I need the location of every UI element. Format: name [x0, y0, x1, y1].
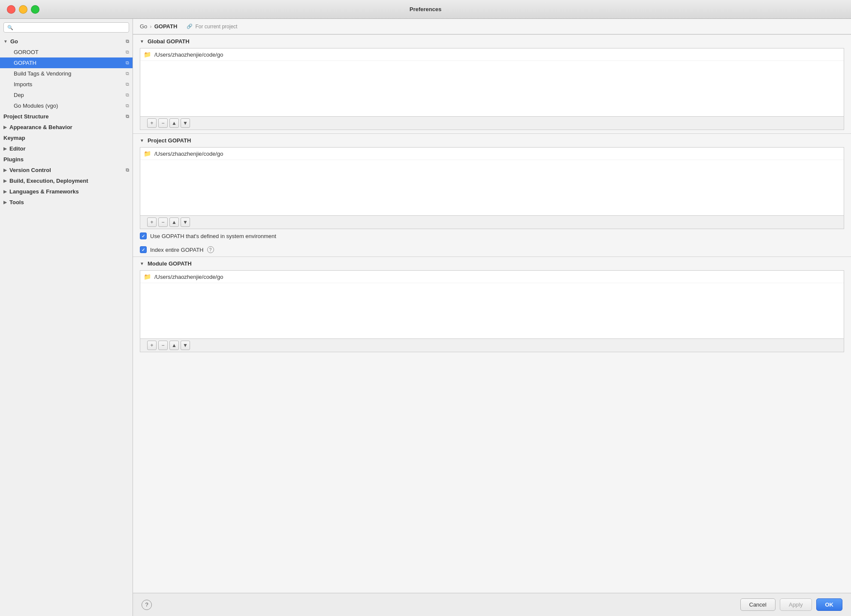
sidebar-item-project-structure-label: Project Structure [3, 113, 48, 120]
main-content: 🔍 ▼ Go ⧉ GOROOT ⧉ GOPATH ⧉ Build Tag [0, 19, 851, 616]
collapse-icon[interactable]: ▼ [140, 261, 144, 266]
copy-icon: ⧉ [126, 49, 129, 55]
apply-button[interactable]: Apply [780, 598, 812, 611]
folder-icon: 📁 [144, 150, 151, 157]
remove-button[interactable]: − [158, 217, 168, 227]
bottom-right: Cancel Apply OK [740, 598, 843, 611]
project-gopath-toolbar: + − ▲ ▼ [140, 216, 844, 229]
sidebar-nav: ▼ Go ⧉ GOROOT ⧉ GOPATH ⧉ Build Tags & Ve… [0, 36, 133, 616]
sidebar-item-editor-label: Editor [9, 145, 26, 152]
sidebar-item-go[interactable]: ▼ Go ⧉ [0, 36, 133, 47]
path-text: /Users/zhaozhenjie/code/go [154, 51, 223, 58]
link-icon: 🔗 [187, 24, 193, 29]
collapse-icon[interactable]: ▼ [140, 138, 144, 143]
sidebar-item-keymap-label: Keymap [3, 135, 25, 141]
sidebar-item-tools-label: Tools [9, 199, 24, 205]
sidebar-item-gopath-label: GOPATH [14, 60, 36, 66]
add-button[interactable]: + [147, 217, 157, 227]
sidebar-item-version-control[interactable]: ▶ Version Control ⧉ [0, 165, 133, 175]
remove-button[interactable]: − [158, 341, 168, 350]
expand-icon: ▶ [3, 178, 7, 183]
module-gopath-section: ▼ Module GOPATH 📁 /Users/zhaozhenjie/cod… [133, 257, 851, 352]
breadcrumb-current: GOPATH [154, 23, 178, 30]
list-item[interactable]: 📁 /Users/zhaozhenjie/code/go [140, 271, 844, 283]
search-input[interactable] [15, 24, 125, 30]
sidebar-item-build-exec-deploy[interactable]: ▶ Build, Execution, Deployment [0, 175, 133, 186]
cancel-button[interactable]: Cancel [740, 598, 776, 611]
sidebar-item-dep[interactable]: Dep ⧉ [0, 90, 133, 100]
sidebar-item-tools[interactable]: ▶ Tools [0, 197, 133, 208]
global-gopath-toolbar: + − ▲ ▼ [140, 117, 844, 130]
index-entire-gopath-checkbox[interactable]: ✓ [140, 246, 147, 253]
module-gopath-toolbar: + − ▲ ▼ [140, 339, 844, 352]
collapse-icon[interactable]: ▼ [140, 39, 144, 44]
maximize-button[interactable] [31, 5, 39, 14]
sidebar-item-project-structure[interactable]: Project Structure ⧉ [0, 111, 133, 122]
sidebar-item-keymap[interactable]: Keymap [0, 133, 133, 143]
move-up-button[interactable]: ▲ [169, 217, 179, 227]
content-area: ▼ Global GOPATH 📁 /Users/zhaozhenjie/cod… [133, 34, 851, 593]
help-icon[interactable]: ? [207, 246, 214, 253]
expand-icon: ▶ [3, 146, 7, 151]
sidebar-item-goroot[interactable]: GOROOT ⧉ [0, 47, 133, 57]
sidebar-item-imports[interactable]: Imports ⧉ [0, 79, 133, 90]
sidebar-item-editor[interactable]: ▶ Editor [0, 143, 133, 154]
project-gopath-header: ▼ Project GOPATH [133, 133, 851, 147]
minimize-button[interactable] [19, 5, 27, 14]
copy-icon: ⧉ [126, 92, 129, 98]
ok-button[interactable]: OK [816, 598, 843, 611]
list-item[interactable]: 📁 /Users/zhaozhenjie/code/go [140, 48, 844, 61]
path-text: /Users/zhaozhenjie/code/go [154, 274, 223, 280]
module-gopath-list: 📁 /Users/zhaozhenjie/code/go [140, 270, 844, 339]
sidebar-item-gopath[interactable]: GOPATH ⧉ [0, 57, 133, 68]
index-entire-gopath-row: ✓ Index entire GOPATH ? [133, 243, 851, 257]
move-down-button[interactable]: ▼ [181, 118, 190, 128]
bottom-bar: ? Cancel Apply OK [133, 593, 851, 616]
list-item[interactable]: 📁 /Users/zhaozhenjie/code/go [140, 148, 844, 160]
add-button[interactable]: + [147, 341, 157, 350]
copy-icon: ⧉ [126, 71, 129, 76]
titlebar: Preferences [0, 0, 851, 19]
move-down-button[interactable]: ▼ [181, 341, 190, 350]
use-gopath-env-checkbox[interactable]: ✓ [140, 233, 147, 239]
search-box[interactable]: 🔍 [3, 22, 129, 33]
sidebar-item-appearance-behavior-label: Appearance & Behavior [9, 124, 72, 130]
path-text: /Users/zhaozhenjie/code/go [154, 151, 223, 157]
global-gopath-list: 📁 /Users/zhaozhenjie/code/go [140, 48, 844, 117]
expand-icon: ▶ [3, 200, 7, 205]
right-panel: Go › GOPATH 🔗 For current project ▼ Glob… [133, 19, 851, 616]
help-button[interactable]: ? [142, 600, 152, 610]
sidebar: 🔍 ▼ Go ⧉ GOROOT ⧉ GOPATH ⧉ Build Tag [0, 19, 133, 616]
module-gopath-header: ▼ Module GOPATH [133, 257, 851, 270]
sidebar-item-plugins[interactable]: Plugins [0, 154, 133, 165]
module-gopath-title: Module GOPATH [148, 260, 192, 267]
copy-icon: ⧉ [126, 167, 129, 173]
global-gopath-section: ▼ Global GOPATH 📁 /Users/zhaozhenjie/cod… [133, 34, 851, 130]
move-up-button[interactable]: ▲ [169, 118, 179, 128]
move-up-button[interactable]: ▲ [169, 341, 179, 350]
sidebar-item-go-label: Go [10, 38, 18, 45]
close-button[interactable] [7, 5, 15, 14]
project-gopath-section: ▼ Project GOPATH 📁 /Users/zhaozhenjie/co… [133, 133, 851, 229]
sidebar-item-go-modules-label: Go Modules (vgo) [14, 103, 58, 109]
breadcrumb: Go › GOPATH 🔗 For current project [133, 19, 851, 34]
breadcrumb-separator: › [150, 23, 151, 30]
remove-button[interactable]: − [158, 118, 168, 128]
move-down-button[interactable]: ▼ [181, 217, 190, 227]
sidebar-item-go-modules[interactable]: Go Modules (vgo) ⧉ [0, 100, 133, 111]
copy-icon: ⧉ [126, 114, 129, 119]
use-gopath-env-row: ✓ Use GOPATH that's defined in system en… [133, 229, 851, 243]
folder-icon: 📁 [144, 51, 151, 58]
sidebar-item-appearance-behavior[interactable]: ▶ Appearance & Behavior [0, 122, 133, 133]
expand-icon: ▶ [3, 189, 7, 194]
use-gopath-env-label: Use GOPATH that's defined in system envi… [150, 233, 276, 239]
sidebar-item-imports-label: Imports [14, 81, 32, 88]
sidebar-item-build-tags[interactable]: Build Tags & Vendoring ⧉ [0, 68, 133, 79]
sidebar-item-build-tags-label: Build Tags & Vendoring [14, 70, 71, 77]
copy-icon: ⧉ [126, 39, 129, 44]
add-button[interactable]: + [147, 118, 157, 128]
sidebar-item-languages-frameworks[interactable]: ▶ Languages & Frameworks [0, 186, 133, 197]
sidebar-item-version-control-label: Version Control [9, 167, 51, 173]
global-gopath-title: Global GOPATH [148, 38, 190, 45]
window-title: Preferences [410, 6, 441, 12]
